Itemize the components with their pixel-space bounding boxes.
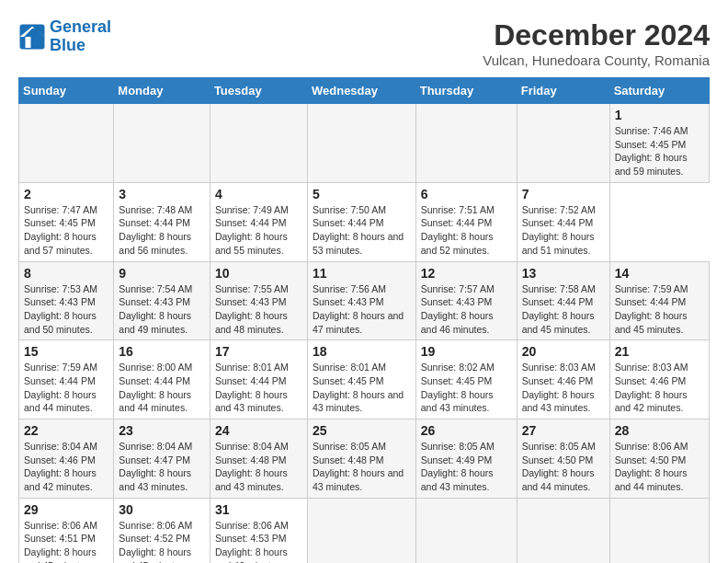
main-title: December 2024 bbox=[483, 18, 710, 52]
day-number: 6 bbox=[421, 187, 512, 201]
calendar-day-cell: 18Sunrise: 8:01 AMSunset: 4:45 PMDayligh… bbox=[307, 340, 415, 419]
calendar-day-cell: 9Sunrise: 7:54 AMSunset: 4:43 PMDaylight… bbox=[114, 261, 210, 340]
calendar-empty-cell bbox=[609, 498, 709, 563]
day-number: 5 bbox=[313, 187, 411, 201]
calendar-week-row: 2Sunrise: 7:47 AMSunset: 4:45 PMDaylight… bbox=[19, 182, 710, 261]
calendar-day-cell: 5Sunrise: 7:50 AMSunset: 4:44 PMDaylight… bbox=[307, 182, 415, 261]
day-number: 15 bbox=[24, 344, 108, 359]
logo-text: General Blue bbox=[50, 18, 111, 55]
day-info: Sunrise: 8:06 AMSunset: 4:52 PMDaylight:… bbox=[119, 520, 192, 563]
calendar-day-cell: 1Sunrise: 7:46 AMSunset: 4:45 PMDaylight… bbox=[609, 104, 709, 183]
weekday-header: Friday bbox=[517, 78, 609, 104]
day-info: Sunrise: 8:01 AMSunset: 4:45 PMDaylight:… bbox=[313, 362, 404, 413]
calendar-day-cell: 25Sunrise: 8:05 AMSunset: 4:48 PMDayligh… bbox=[307, 419, 415, 499]
day-number: 25 bbox=[313, 423, 411, 438]
day-info: Sunrise: 7:51 AMSunset: 4:44 PMDaylight:… bbox=[421, 204, 495, 256]
calendar-empty-cell bbox=[415, 104, 517, 183]
logo-icon bbox=[18, 23, 46, 51]
weekday-header: Thursday bbox=[415, 78, 517, 104]
calendar-day-cell: 7Sunrise: 7:52 AMSunset: 4:44 PMDaylight… bbox=[517, 182, 609, 261]
calendar-day-cell: 15Sunrise: 7:59 AMSunset: 4:44 PMDayligh… bbox=[19, 340, 114, 419]
day-number: 7 bbox=[522, 187, 605, 201]
day-number: 23 bbox=[119, 423, 205, 438]
day-info: Sunrise: 7:50 AMSunset: 4:44 PMDaylight:… bbox=[313, 204, 404, 256]
calendar-empty-cell bbox=[307, 498, 415, 563]
calendar-empty-cell bbox=[517, 104, 609, 183]
day-number: 9 bbox=[119, 266, 205, 281]
day-number: 2 bbox=[24, 187, 108, 201]
day-number: 16 bbox=[119, 344, 205, 359]
day-info: Sunrise: 7:55 AMSunset: 4:43 PMDaylight:… bbox=[215, 283, 289, 335]
calendar-day-cell: 3Sunrise: 7:48 AMSunset: 4:44 PMDaylight… bbox=[114, 182, 210, 261]
calendar-header-row: SundayMondayTuesdayWednesdayThursdayFrid… bbox=[19, 78, 710, 104]
calendar-day-cell: 31Sunrise: 8:06 AMSunset: 4:53 PMDayligh… bbox=[210, 498, 307, 563]
calendar-day-cell: 24Sunrise: 8:04 AMSunset: 4:48 PMDayligh… bbox=[210, 419, 307, 499]
calendar-day-cell: 8Sunrise: 7:53 AMSunset: 4:43 PMDaylight… bbox=[19, 261, 114, 340]
calendar-day-cell: 27Sunrise: 8:05 AMSunset: 4:50 PMDayligh… bbox=[517, 419, 609, 499]
day-number: 18 bbox=[313, 344, 411, 359]
day-info: Sunrise: 8:03 AMSunset: 4:46 PMDaylight:… bbox=[522, 362, 596, 413]
day-info: Sunrise: 7:52 AMSunset: 4:44 PMDaylight:… bbox=[522, 204, 596, 256]
day-number: 29 bbox=[24, 502, 108, 517]
calendar-empty-cell bbox=[114, 104, 210, 183]
weekday-header: Saturday bbox=[609, 78, 709, 104]
day-info: Sunrise: 8:01 AMSunset: 4:44 PMDaylight:… bbox=[215, 362, 289, 413]
calendar-day-cell: 22Sunrise: 8:04 AMSunset: 4:46 PMDayligh… bbox=[19, 419, 114, 499]
calendar-week-row: 8Sunrise: 7:53 AMSunset: 4:43 PMDaylight… bbox=[19, 261, 710, 340]
day-number: 26 bbox=[421, 423, 512, 438]
day-info: Sunrise: 7:59 AMSunset: 4:44 PMDaylight:… bbox=[615, 283, 688, 335]
day-number: 24 bbox=[215, 423, 302, 438]
day-number: 19 bbox=[421, 344, 512, 359]
day-number: 14 bbox=[615, 266, 704, 281]
calendar-day-cell: 16Sunrise: 8:00 AMSunset: 4:44 PMDayligh… bbox=[114, 340, 210, 419]
day-info: Sunrise: 8:06 AMSunset: 4:50 PMDaylight:… bbox=[615, 441, 688, 492]
weekday-header: Wednesday bbox=[307, 78, 415, 104]
day-number: 20 bbox=[522, 344, 605, 359]
day-number: 27 bbox=[522, 423, 605, 438]
day-info: Sunrise: 8:05 AMSunset: 4:50 PMDaylight:… bbox=[522, 441, 596, 492]
calendar-day-cell: 11Sunrise: 7:56 AMSunset: 4:43 PMDayligh… bbox=[307, 261, 415, 340]
weekday-header: Tuesday bbox=[210, 78, 307, 104]
day-number: 28 bbox=[615, 423, 704, 438]
calendar-empty-cell bbox=[517, 498, 609, 563]
calendar-day-cell: 28Sunrise: 8:06 AMSunset: 4:50 PMDayligh… bbox=[609, 419, 709, 499]
day-number: 31 bbox=[215, 502, 302, 517]
day-info: Sunrise: 7:49 AMSunset: 4:44 PMDaylight:… bbox=[215, 204, 289, 256]
day-info: Sunrise: 8:02 AMSunset: 4:45 PMDaylight:… bbox=[421, 362, 495, 413]
day-number: 11 bbox=[313, 266, 411, 281]
calendar-day-cell: 10Sunrise: 7:55 AMSunset: 4:43 PMDayligh… bbox=[210, 261, 307, 340]
day-info: Sunrise: 8:06 AMSunset: 4:51 PMDaylight:… bbox=[24, 520, 97, 563]
calendar-week-row: 29Sunrise: 8:06 AMSunset: 4:51 PMDayligh… bbox=[19, 498, 710, 563]
calendar-empty-cell bbox=[19, 104, 114, 183]
day-number: 21 bbox=[615, 344, 704, 359]
page-header: General Blue December 2024 Vulcan, Huned… bbox=[18, 18, 710, 68]
day-number: 30 bbox=[119, 502, 205, 517]
day-info: Sunrise: 8:06 AMSunset: 4:53 PMDaylight:… bbox=[215, 520, 289, 563]
day-info: Sunrise: 7:46 AMSunset: 4:45 PMDaylight:… bbox=[615, 125, 688, 177]
logo: General Blue bbox=[18, 18, 111, 55]
calendar-day-cell: 12Sunrise: 7:57 AMSunset: 4:43 PMDayligh… bbox=[415, 261, 517, 340]
day-info: Sunrise: 7:59 AMSunset: 4:44 PMDaylight:… bbox=[24, 362, 97, 413]
calendar-week-row: 1Sunrise: 7:46 AMSunset: 4:45 PMDaylight… bbox=[19, 104, 710, 183]
calendar-day-cell: 26Sunrise: 8:05 AMSunset: 4:49 PMDayligh… bbox=[415, 419, 517, 499]
day-info: Sunrise: 7:53 AMSunset: 4:43 PMDaylight:… bbox=[24, 283, 97, 335]
calendar-table: SundayMondayTuesdayWednesdayThursdayFrid… bbox=[18, 77, 710, 563]
day-number: 1 bbox=[615, 108, 704, 122]
day-info: Sunrise: 8:00 AMSunset: 4:44 PMDaylight:… bbox=[119, 362, 192, 413]
calendar-empty-cell bbox=[415, 498, 517, 563]
calendar-week-row: 15Sunrise: 7:59 AMSunset: 4:44 PMDayligh… bbox=[19, 340, 710, 419]
day-number: 17 bbox=[215, 344, 302, 359]
day-info: Sunrise: 7:57 AMSunset: 4:43 PMDaylight:… bbox=[421, 283, 495, 335]
calendar-day-cell: 21Sunrise: 8:03 AMSunset: 4:46 PMDayligh… bbox=[609, 340, 709, 419]
calendar-week-row: 22Sunrise: 8:04 AMSunset: 4:46 PMDayligh… bbox=[19, 419, 710, 499]
day-info: Sunrise: 7:48 AMSunset: 4:44 PMDaylight:… bbox=[119, 204, 192, 256]
day-number: 13 bbox=[522, 266, 605, 281]
day-number: 3 bbox=[119, 187, 205, 201]
calendar-day-cell: 19Sunrise: 8:02 AMSunset: 4:45 PMDayligh… bbox=[415, 340, 517, 419]
weekday-header: Monday bbox=[114, 78, 210, 104]
day-info: Sunrise: 8:03 AMSunset: 4:46 PMDaylight:… bbox=[615, 362, 688, 413]
calendar-day-cell: 2Sunrise: 7:47 AMSunset: 4:45 PMDaylight… bbox=[19, 182, 114, 261]
day-info: Sunrise: 7:54 AMSunset: 4:43 PMDaylight:… bbox=[119, 283, 192, 335]
day-number: 4 bbox=[215, 187, 302, 201]
day-number: 22 bbox=[24, 423, 108, 438]
